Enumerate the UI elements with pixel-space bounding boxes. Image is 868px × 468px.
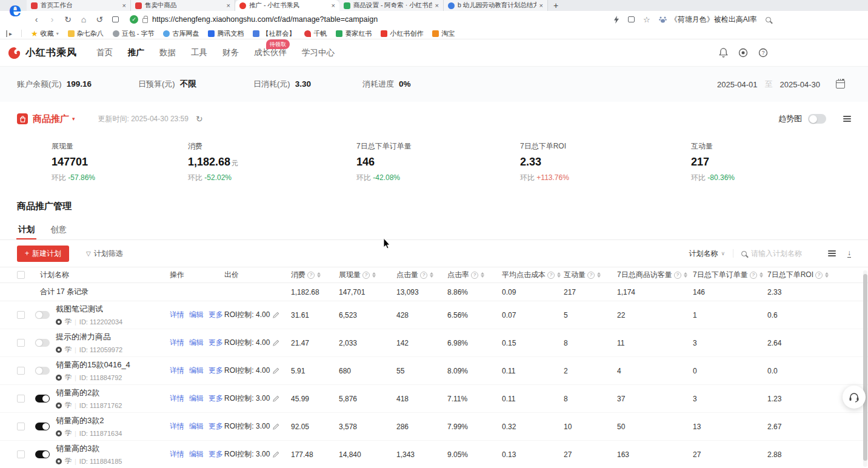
plan-name[interactable]: 销量高的15款0416_4 xyxy=(56,359,130,370)
info-icon[interactable] xyxy=(547,272,555,279)
row-checkbox[interactable] xyxy=(17,311,25,319)
sort-icon[interactable] xyxy=(430,272,433,278)
info-icon[interactable] xyxy=(815,272,823,279)
trend-chart-toggle[interactable] xyxy=(808,114,826,124)
date-end[interactable]: 2025-04-30 xyxy=(780,80,821,89)
sort-icon[interactable] xyxy=(684,272,687,278)
edit-link[interactable]: 编辑 xyxy=(189,421,204,432)
col-clicks[interactable]: 点击量 xyxy=(396,270,447,280)
more-link[interactable]: 更多 xyxy=(209,366,223,376)
browser-tab[interactable]: b 幼儿园劳动教育计划总结方案… × xyxy=(444,0,548,11)
bookmark-item[interactable]: 古厍网盘 xyxy=(163,29,199,38)
download-icon[interactable]: ↓ xyxy=(847,250,851,258)
plan-search[interactable] xyxy=(741,249,818,258)
more-link[interactable]: 更多 xyxy=(209,421,223,432)
info-icon[interactable] xyxy=(420,272,427,279)
undo-close-button[interactable]: ↺ xyxy=(92,15,107,24)
reader-mode-icon[interactable] xyxy=(108,15,122,24)
more-link[interactable]: 更多 xyxy=(209,338,223,348)
sort-icon[interactable] xyxy=(557,272,561,278)
sort-icon[interactable] xyxy=(317,272,321,278)
date-range-picker[interactable]: 2025-04-01 至 2025-04-30 xyxy=(717,79,845,90)
more-link[interactable]: 更多 xyxy=(209,310,223,320)
date-start[interactable]: 2025-04-01 xyxy=(717,80,758,89)
sort-icon[interactable] xyxy=(481,272,484,278)
info-icon[interactable] xyxy=(471,272,478,279)
metric-settings-icon[interactable] xyxy=(843,116,851,122)
edit-link[interactable]: 编辑 xyxy=(189,393,204,404)
nav-home[interactable]: 首页 xyxy=(96,47,113,58)
back-button[interactable]: ‹ xyxy=(29,15,44,24)
refresh-icon[interactable]: ↻ xyxy=(196,114,203,124)
col-impressions[interactable]: 展现量 xyxy=(339,270,396,280)
nav-tools[interactable]: 工具 xyxy=(191,47,207,58)
info-icon[interactable] xyxy=(307,272,315,279)
bookmark-item[interactable]: 要家红书 xyxy=(336,29,372,38)
edit-bid-icon[interactable] xyxy=(273,339,279,346)
nav-data[interactable]: 数据 xyxy=(159,47,176,58)
bookmark-item[interactable]: 杂七杂八 xyxy=(68,29,104,38)
info-icon[interactable] xyxy=(362,272,370,279)
refresh-button[interactable]: ↻ xyxy=(61,15,75,24)
plan-name[interactable]: 销量高的2款 xyxy=(56,387,122,398)
bookmark-item[interactable]: 千帆 xyxy=(304,29,327,38)
plan-toggle-off[interactable] xyxy=(35,311,50,319)
plan-toggle-off[interactable] xyxy=(35,367,50,375)
tab-close-icon[interactable]: × xyxy=(332,2,335,9)
bookmark-item[interactable]: 【社群会】 xyxy=(253,29,295,38)
plan-name[interactable]: 截图笔记测试 xyxy=(56,304,122,315)
select-all-checkbox[interactable] xyxy=(17,271,25,279)
plan-search-input[interactable] xyxy=(751,249,818,258)
search-icon[interactable] xyxy=(766,17,771,22)
edit-bid-icon[interactable] xyxy=(273,395,279,402)
promotion-type-selector[interactable]: 商品推广 xyxy=(33,113,69,125)
col-ctr[interactable]: 点击率 xyxy=(447,270,502,280)
browser-logo[interactable]: e xyxy=(4,0,27,21)
row-checkbox[interactable] xyxy=(17,423,25,430)
edit-bid-icon[interactable] xyxy=(273,423,279,430)
info-icon[interactable] xyxy=(587,272,595,279)
security-shield-icon[interactable]: ✓ xyxy=(130,15,138,24)
forward-button[interactable]: › xyxy=(45,15,59,24)
row-checkbox[interactable] xyxy=(17,367,25,375)
sort-icon[interactable] xyxy=(372,272,376,278)
edit-bid-icon[interactable] xyxy=(273,312,279,318)
sort-icon[interactable] xyxy=(760,272,763,278)
detail-link[interactable]: 详情 xyxy=(170,310,184,320)
tab-plan[interactable]: 计划 xyxy=(18,219,35,239)
bookmark-item[interactable]: 腾讯文档 xyxy=(208,29,244,38)
url-field[interactable]: ✓ https://chengfeng.xiaohongshu.com/cf/a… xyxy=(130,15,378,24)
new-plan-button[interactable]: + 新建计划 xyxy=(17,246,69,262)
tab-close-icon[interactable]: × xyxy=(227,2,230,9)
nav-partner[interactable]: 成长伙伴 待领取 xyxy=(254,47,287,58)
edit-bid-icon[interactable] xyxy=(273,451,279,458)
browser-tab[interactable]: 售卖中商品 × xyxy=(131,0,235,11)
brand[interactable]: 小红书乘风 xyxy=(7,46,77,60)
plan-toggle-on[interactable] xyxy=(35,395,50,403)
bookmark-item[interactable]: 豆包 - 字节 xyxy=(113,29,155,38)
tab-close-icon[interactable]: × xyxy=(435,2,439,9)
calendar-icon[interactable] xyxy=(836,80,845,89)
tab-creative[interactable]: 创意 xyxy=(50,219,67,239)
col-engagement[interactable]: 互动量 xyxy=(564,270,617,280)
row-checkbox[interactable] xyxy=(17,395,25,403)
help-icon[interactable]: ? xyxy=(758,48,768,58)
plan-name[interactable]: 销量高的3款 xyxy=(56,443,122,454)
column-settings-icon[interactable] xyxy=(828,250,836,256)
customer-service-button[interactable] xyxy=(843,386,866,409)
sort-icon[interactable] xyxy=(597,272,601,278)
detail-link[interactable]: 详情 xyxy=(170,366,184,376)
bookmark-item[interactable]: 小红书创作 xyxy=(381,29,423,38)
scrollbar-thumb[interactable] xyxy=(863,274,867,461)
edit-link[interactable]: 编辑 xyxy=(189,338,204,348)
col-7d-orders[interactable]: 7日总下单订单量 xyxy=(693,270,767,280)
row-checkbox[interactable] xyxy=(17,450,25,458)
new-tab-button[interactable]: + xyxy=(548,0,564,11)
plan-toggle-on[interactable] xyxy=(35,450,50,458)
col-7d-roi[interactable]: 7日总下单ROI xyxy=(767,270,868,280)
theme-icon[interactable] xyxy=(738,48,748,58)
edit-bid-icon[interactable] xyxy=(273,367,279,374)
detail-link[interactable]: 详情 xyxy=(170,338,184,348)
info-icon[interactable] xyxy=(674,272,681,279)
row-checkbox[interactable] xyxy=(17,339,25,347)
